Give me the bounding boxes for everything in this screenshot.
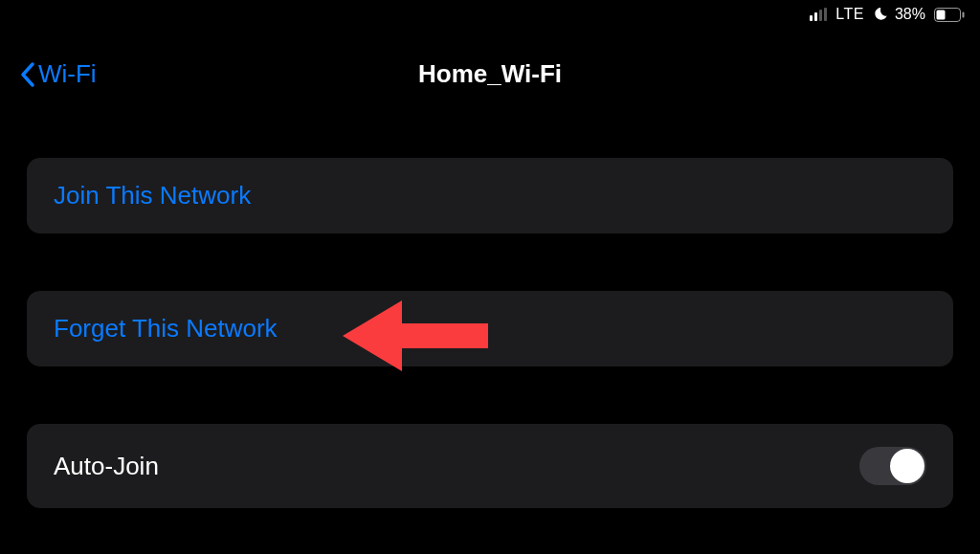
join-network-label: Join This Network (54, 181, 251, 211)
network-type-label: LTE (835, 6, 864, 23)
navigation-header: Wi-Fi Home_Wi-Fi (0, 29, 980, 105)
svg-rect-1 (937, 10, 946, 19)
join-network-button[interactable]: Join This Network (27, 158, 953, 233)
cellular-signal-icon (810, 8, 827, 21)
status-bar: LTE 38% (0, 0, 980, 29)
battery-percentage: 38% (895, 6, 925, 23)
forget-network-label: Forget This Network (54, 314, 278, 343)
settings-content: Join This Network Forget This Network Au… (0, 105, 980, 508)
chevron-left-icon (19, 61, 36, 88)
auto-join-row: Auto-Join (27, 424, 953, 508)
auto-join-toggle[interactable] (859, 447, 926, 485)
page-title: Home_Wi-Fi (418, 59, 562, 89)
back-button[interactable]: Wi-Fi (19, 59, 97, 89)
svg-rect-2 (963, 11, 965, 17)
auto-join-label: Auto-Join (54, 452, 159, 481)
do-not-disturb-icon (873, 7, 888, 22)
back-label: Wi-Fi (38, 59, 97, 89)
forget-network-button[interactable]: Forget This Network (27, 291, 953, 366)
toggle-knob (890, 449, 924, 483)
battery-icon (934, 8, 965, 22)
